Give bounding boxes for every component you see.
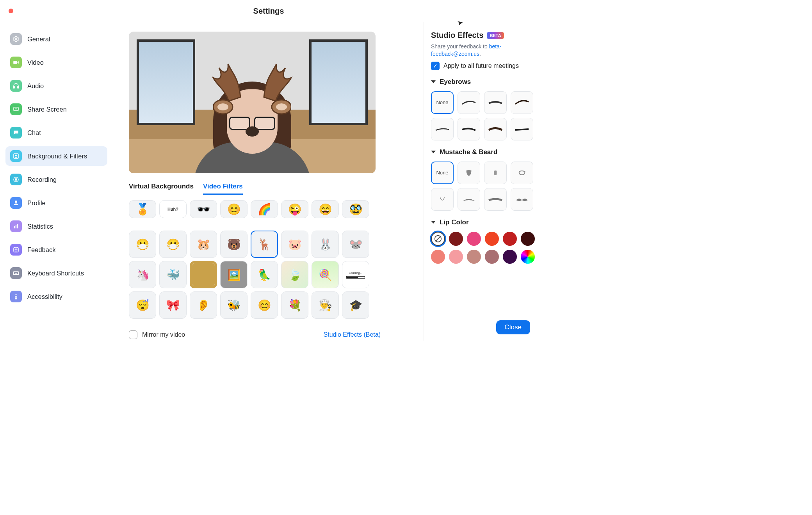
sidebar-item-audio[interactable]: Audio <box>5 76 107 96</box>
filter-pig[interactable]: 🐷 <box>281 231 308 258</box>
filter-face-mask[interactable]: 😷 <box>129 231 156 258</box>
filter-happy-face[interactable]: 😄 <box>312 200 339 218</box>
beard-style-7[interactable] <box>511 188 533 211</box>
beard-style-2[interactable] <box>484 162 507 184</box>
sidebar-item-chat[interactable]: Chat <box>5 123 107 142</box>
svg-point-15 <box>17 249 18 250</box>
filter-chef-hat[interactable]: 👨‍🍳 <box>312 291 339 319</box>
lip-color-none[interactable] <box>431 232 445 246</box>
sidebar-item-keyboard-shortcuts[interactable]: Keyboard Shortcuts <box>5 263 107 283</box>
studio-effects-panel: Studio Effects BETA Share your feedback … <box>424 22 537 341</box>
section-mustache-beard: Mustache & Beard None <box>431 148 530 211</box>
filter-cockatiel[interactable]: 🦜 <box>251 261 278 288</box>
eyebrows-style-4[interactable] <box>431 118 454 140</box>
lip-color-pink[interactable] <box>467 232 481 246</box>
sidebar-item-label: Profile <box>27 199 46 207</box>
sidebar-item-label: Accessibility <box>27 293 62 300</box>
section-eyebrows-header[interactable]: Eyebrows <box>431 78 530 86</box>
sidebar-item-label: Video <box>27 59 44 66</box>
section-beard-header[interactable]: Mustache & Beard <box>431 148 530 156</box>
sidebar-item-statistics[interactable]: Statistics <box>5 217 107 236</box>
sidebar-item-video[interactable]: Video <box>5 53 107 72</box>
filter-deer-antlers[interactable]: 🦌 <box>251 231 278 258</box>
filter-speech-huh[interactable]: Huh? <box>159 200 187 218</box>
filter-bear[interactable]: 🐻 <box>220 231 248 258</box>
filter-loading-bar[interactable]: Loading... <box>342 261 369 288</box>
tab-video-filters[interactable]: Video Filters <box>203 180 243 195</box>
filter-hydrangea[interactable]: 💐 <box>281 291 308 319</box>
lip-color-coral[interactable] <box>431 250 445 264</box>
svg-point-9 <box>15 201 17 203</box>
apply-all-checkbox[interactable]: ✓ Apply to all future meetings <box>431 62 530 70</box>
lip-color-light-pink[interactable] <box>449 250 463 264</box>
filter-rabbit[interactable]: 🐰 <box>312 231 339 258</box>
lip-color-nude[interactable] <box>467 250 481 264</box>
filter-winking-face[interactable]: 😜 <box>281 200 308 218</box>
sidebar-item-accessibility[interactable]: Accessibility <box>5 287 107 306</box>
filter-unicorn[interactable]: 🦄 <box>129 261 156 288</box>
filter-lollipops[interactable]: 🍭 <box>312 261 339 288</box>
mirror-video-label: Mirror my video <box>142 331 185 338</box>
filter-museum-room[interactable]: 🖼️ <box>220 261 248 288</box>
beard-style-4[interactable] <box>431 188 454 211</box>
beard-style-6[interactable] <box>484 188 507 211</box>
eyebrows-style-1[interactable] <box>458 91 480 114</box>
filter-rainbow-hat[interactable]: 🌈 <box>251 200 278 218</box>
filter-medal[interactable]: 🏅 <box>129 200 156 218</box>
lip-color-custom[interactable] <box>521 250 535 264</box>
filter-gold-earrings[interactable]: 😊 <box>251 291 278 319</box>
lip-color-maroon[interactable] <box>521 232 535 246</box>
svg-rect-1 <box>13 61 17 64</box>
eyebrows-style-7[interactable] <box>511 118 533 140</box>
filter-graduation-cap[interactable]: 🎓 <box>342 291 369 319</box>
sidebar-item-recording[interactable]: Recording <box>5 170 107 189</box>
filter-shrek-ears[interactable]: 👂 <box>190 291 217 319</box>
filter-mouse[interactable]: 🐭 <box>342 231 369 258</box>
gear-icon <box>10 33 22 45</box>
apply-all-label: Apply to all future meetings <box>443 62 519 69</box>
sidebar-item-feedback[interactable]: Feedback <box>5 240 107 259</box>
filter-mustache-face[interactable]: 🥸 <box>342 200 369 218</box>
beard-style-3[interactable] <box>511 162 533 184</box>
lip-color-dark-red[interactable] <box>449 232 463 246</box>
sidebar-item-share-screen[interactable]: Share Screen <box>5 99 107 119</box>
window-title: Settings <box>0 7 537 16</box>
video-filters-grid: 🏅 Huh? 🕶️ 😊 🌈 😜 😄 🥸 😷 😷 🐹 🐻 🦌 🐷 🐰 🐭 🦄 🐳 … <box>129 199 408 319</box>
eyebrows-style-5[interactable] <box>458 118 480 140</box>
lip-color-red[interactable] <box>503 232 517 246</box>
panel-title: Studio Effects <box>431 31 483 40</box>
mirror-video-checkbox[interactable]: Mirror my video <box>129 330 185 339</box>
filter-surgical-mask[interactable]: 😷 <box>159 231 187 258</box>
sidebar-item-label: Keyboard Shortcuts <box>27 270 84 277</box>
eyebrows-none[interactable]: None <box>431 91 454 114</box>
lip-color-mauve[interactable] <box>485 250 499 264</box>
filter-leaves[interactable]: 🍃 <box>281 261 308 288</box>
filter-bee-antennae[interactable]: 🐝 <box>220 291 248 319</box>
close-button[interactable]: Close <box>496 320 530 334</box>
sidebar-item-background-filters[interactable]: Background & Filters <box>5 146 107 166</box>
filter-hamster[interactable]: 🐹 <box>190 231 217 258</box>
filter-narwhal[interactable]: 🐳 <box>159 261 187 288</box>
filter-red-bow[interactable]: 🎀 <box>159 291 187 319</box>
section-lip-header[interactable]: Lip Color <box>431 218 530 226</box>
eyebrows-style-3[interactable] <box>511 91 533 114</box>
lip-color-purple[interactable] <box>503 250 517 264</box>
lip-color-orange-red[interactable] <box>485 232 499 246</box>
video-icon <box>10 57 22 68</box>
beard-style-5[interactable] <box>458 188 480 211</box>
eyebrows-style-6[interactable] <box>484 118 507 140</box>
checkbox-icon <box>129 330 137 339</box>
eyebrows-style-2[interactable] <box>484 91 507 114</box>
sidebar-item-label: Recording <box>27 176 57 183</box>
filter-sleeping-face[interactable]: 😴 <box>129 291 156 319</box>
sidebar-item-general[interactable]: General <box>5 29 107 49</box>
svg-rect-2 <box>13 87 14 89</box>
beard-none[interactable]: None <box>431 162 454 184</box>
tab-virtual-backgrounds[interactable]: Virtual Backgrounds <box>129 180 194 195</box>
filter-picture-frame[interactable] <box>190 261 217 288</box>
filter-cute-face[interactable]: 😊 <box>220 200 248 218</box>
sidebar-item-profile[interactable]: Profile <box>5 193 107 213</box>
beard-style-1[interactable] <box>458 162 480 184</box>
filter-pixel-sunglasses[interactable]: 🕶️ <box>190 200 217 218</box>
studio-effects-link[interactable]: Studio Effects (Beta) <box>324 331 381 338</box>
